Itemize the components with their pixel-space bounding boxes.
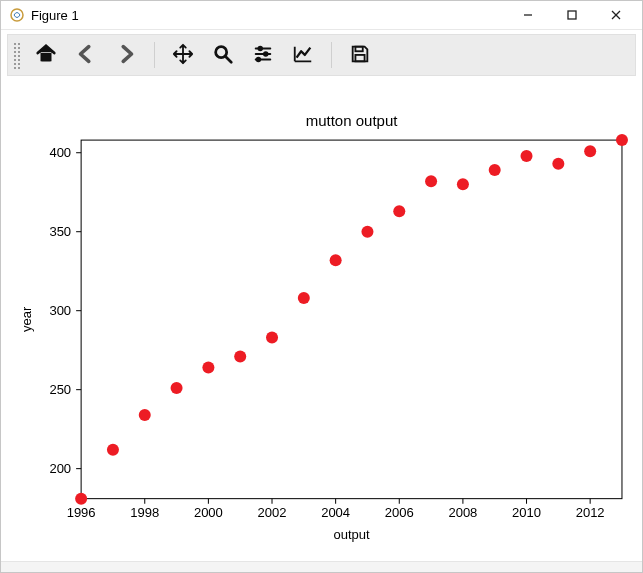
- app-icon: [9, 7, 25, 23]
- x-axis-label: output: [333, 527, 370, 542]
- data-point: [616, 134, 628, 146]
- x-tick-label: 2004: [321, 505, 350, 520]
- data-point: [75, 493, 87, 505]
- chart-svg: 1996199820002002200420062008201020122002…: [1, 80, 642, 561]
- data-point: [425, 175, 437, 187]
- edit-plot-button[interactable]: [285, 39, 321, 71]
- data-point: [330, 254, 342, 266]
- home-button[interactable]: [28, 39, 64, 71]
- maximize-button[interactable]: [550, 1, 594, 29]
- zoom-button[interactable]: [205, 39, 241, 71]
- data-point: [361, 226, 373, 238]
- data-point: [393, 205, 405, 217]
- svg-point-13: [257, 57, 261, 61]
- y-tick-label: 300: [49, 303, 71, 318]
- y-tick-label: 400: [49, 145, 71, 160]
- data-point: [298, 292, 310, 304]
- data-point: [171, 382, 183, 394]
- svg-point-9: [258, 46, 262, 50]
- data-point: [584, 145, 596, 157]
- data-point: [552, 158, 564, 170]
- x-tick-label: 2008: [448, 505, 477, 520]
- move-icon: [172, 43, 194, 68]
- data-point: [521, 150, 533, 162]
- app-window: Figure 1: [0, 0, 643, 573]
- search-icon: [212, 43, 234, 68]
- sliders-icon: [252, 43, 274, 68]
- minimize-button[interactable]: [506, 1, 550, 29]
- x-tick-label: 1998: [130, 505, 159, 520]
- home-icon: [35, 43, 57, 68]
- configure-subplots-button[interactable]: [245, 39, 281, 71]
- data-point: [202, 362, 214, 374]
- svg-line-7: [226, 56, 232, 62]
- statusbar: [1, 561, 642, 572]
- data-point: [266, 332, 278, 344]
- arrow-right-icon: [115, 43, 137, 68]
- x-tick-label: 2012: [576, 505, 605, 520]
- toolbar-separator: [154, 42, 155, 68]
- save-button[interactable]: [342, 39, 378, 71]
- x-tick-label: 2010: [512, 505, 541, 520]
- svg-rect-2: [568, 11, 576, 19]
- close-button[interactable]: [594, 1, 638, 29]
- toolbar-grip: [12, 41, 20, 69]
- toolbar-separator: [331, 42, 332, 68]
- svg-rect-14: [355, 46, 362, 51]
- data-point: [489, 164, 501, 176]
- axes-frame: [81, 140, 622, 499]
- svg-rect-5: [41, 53, 50, 61]
- chart-title: mutton output: [306, 112, 399, 129]
- save-icon: [349, 43, 371, 68]
- pan-button[interactable]: [165, 39, 201, 71]
- svg-rect-15: [355, 54, 364, 60]
- arrow-left-icon: [75, 43, 97, 68]
- titlebar: Figure 1: [1, 1, 642, 30]
- x-tick-label: 1996: [67, 505, 96, 520]
- toolbar-container: [1, 30, 642, 80]
- line-chart-icon: [292, 43, 314, 68]
- data-point: [139, 409, 151, 421]
- svg-point-0: [11, 9, 23, 21]
- data-point: [107, 444, 119, 456]
- x-tick-label: 2002: [258, 505, 287, 520]
- toolbar: [7, 34, 636, 76]
- back-button[interactable]: [68, 39, 104, 71]
- x-tick-label: 2006: [385, 505, 414, 520]
- y-tick-label: 350: [49, 224, 71, 239]
- plot-canvas[interactable]: 1996199820002002200420062008201020122002…: [1, 80, 642, 561]
- svg-point-11: [264, 52, 268, 56]
- forward-button[interactable]: [108, 39, 144, 71]
- y-tick-label: 200: [49, 461, 71, 476]
- y-tick-label: 250: [49, 382, 71, 397]
- window-title: Figure 1: [31, 8, 79, 23]
- y-axis-label: year: [19, 306, 34, 332]
- x-tick-label: 2000: [194, 505, 223, 520]
- data-point: [234, 350, 246, 362]
- data-point: [457, 178, 469, 190]
